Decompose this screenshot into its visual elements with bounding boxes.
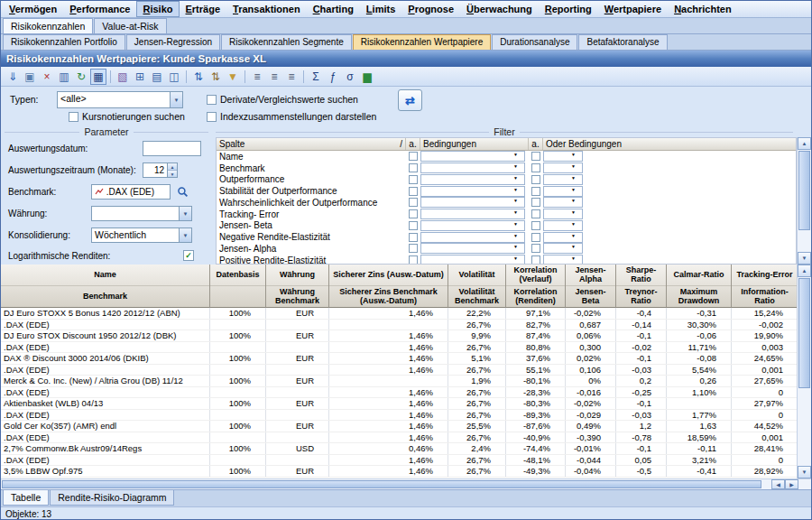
- spinner-down-icon[interactable]: ▼: [168, 170, 177, 177]
- scroll-right-icon[interactable]: ▶: [785, 479, 798, 489]
- chevron-down-icon[interactable]: ▼: [179, 207, 191, 220]
- table-view-icon[interactable]: ▦: [90, 69, 106, 85]
- column-header-jensen-alpha[interactable]: Jensen-AlphaJensen-Beta: [566, 265, 616, 308]
- chevron-down-icon[interactable]: ▼: [571, 152, 582, 161]
- filter-condition-select[interactable]: ▼: [420, 209, 525, 219]
- benchmark-input[interactable]: .DAX (EDE): [91, 184, 171, 200]
- filter-or-checkbox[interactable]: [531, 175, 540, 184]
- scrollbar-thumb[interactable]: [2, 480, 761, 488]
- column-header-tracking-error[interactable]: Tracking-ErrorInformation-Ratio: [732, 265, 798, 308]
- filter-or-checkbox[interactable]: [531, 187, 540, 196]
- security-row[interactable]: Merck & Co. Inc. (New) / Altria Grou (DB…: [1, 376, 798, 387]
- delete-icon[interactable]: ×: [39, 69, 55, 85]
- log-renditen-checkbox[interactable]: ✓: [183, 250, 194, 261]
- bar-chart-icon[interactable]: ▆: [359, 69, 375, 85]
- filter-or-condition-select[interactable]: ▼: [543, 151, 583, 162]
- security-row[interactable]: Gold Cer Ko(357) (AMR) endl100%EUR1,46%2…: [1, 421, 798, 432]
- tab-tabelle[interactable]: Tabelle: [3, 490, 49, 506]
- scroll-down-icon[interactable]: ▼: [798, 252, 811, 265]
- column-header-name[interactable]: NameBenchmark: [1, 265, 210, 308]
- filter-or-condition-select[interactable]: ▼: [543, 232, 583, 243]
- auswertungszeitraum-spinner[interactable]: ▲ ▼: [168, 162, 178, 178]
- sort-ascending-icon[interactable]: ⇅: [190, 69, 207, 85]
- filter-or-condition-select[interactable]: ▼: [543, 186, 583, 197]
- menu-reporting[interactable]: Reporting: [539, 1, 598, 17]
- chevron-down-icon[interactable]: ▼: [513, 209, 524, 218]
- column-header-währung[interactable]: WährungWährung Benchmark: [266, 265, 329, 308]
- menu-performance[interactable]: Performance: [63, 1, 136, 17]
- benchmark-row[interactable]: .DAX (EDE)1,46%26,7%-48,1%-0,0440,053,21…: [1, 455, 798, 467]
- scroll-up-icon[interactable]: ▲: [798, 137, 811, 150]
- chevron-down-icon[interactable]: ▼: [571, 233, 582, 242]
- function-icon[interactable]: ƒ: [325, 69, 341, 85]
- checkbox-box[interactable]: [69, 112, 78, 122]
- filter-condition-select[interactable]: ▼: [420, 151, 525, 162]
- chevron-down-icon[interactable]: ▼: [179, 228, 191, 242]
- sum-icon[interactable]: Σ: [308, 69, 324, 85]
- spinner-up-icon[interactable]: ▲: [168, 163, 177, 170]
- filter-or-checkbox[interactable]: [531, 244, 540, 253]
- filter-condition-select[interactable]: ▼: [420, 243, 525, 254]
- chevron-down-icon[interactable]: ▼: [513, 244, 524, 253]
- menu-überwachung[interactable]: Überwachung: [460, 1, 539, 17]
- menu-erträge[interactable]: Erträge: [180, 1, 227, 17]
- waehrung-select[interactable]: ▼: [91, 206, 192, 221]
- transpose-icon[interactable]: ◫: [166, 69, 182, 85]
- security-row[interactable]: DJ Euro STOXX 5 Bonus 1420 2012/12 (ABN)…: [1, 308, 798, 320]
- filter-or-checkbox[interactable]: [531, 255, 540, 265]
- chevron-down-icon[interactable]: ▼: [513, 198, 524, 207]
- column-options-icon[interactable]: ▥: [56, 69, 72, 85]
- scroll-left-icon[interactable]: ◀: [771, 479, 785, 489]
- chevron-down-icon[interactable]: ▼: [513, 187, 524, 196]
- filter-or-condition-select[interactable]: ▼: [543, 220, 583, 231]
- tab-value-at-risk[interactable]: Value-at-Risk: [94, 18, 166, 33]
- column-header-sharpe-ratio[interactable]: Sharpe-RatioTreynor-Ratio: [616, 265, 667, 308]
- chevron-down-icon[interactable]: ▼: [571, 175, 582, 184]
- chevron-down-icon[interactable]: ▼: [513, 152, 524, 161]
- tab-jensen-regression[interactable]: Jensen-Regression: [126, 34, 220, 50]
- benchmark-row[interactable]: .DAX (EDE)1,46%26,7%-28,3%-0,016-0,251,1…: [1, 387, 798, 399]
- chevron-down-icon[interactable]: ▼: [513, 163, 524, 172]
- chevron-down-icon[interactable]: ▼: [571, 163, 582, 172]
- filter-header-spalte[interactable]: Spalte /: [217, 138, 406, 150]
- filter-and-checkbox[interactable]: [409, 187, 418, 196]
- column-header-korrelation-verlauf-[interactable]: Korrelation (Verlauf)Korrelation (Rendit…: [506, 265, 566, 308]
- chevron-down-icon[interactable]: ▼: [571, 198, 582, 207]
- column-header-datenbasis[interactable]: Datenbasis: [210, 265, 266, 308]
- filter-or-condition-select[interactable]: ▼: [543, 174, 583, 185]
- menu-wertpapiere[interactable]: Wertpapiere: [598, 1, 668, 17]
- filter-and-checkbox[interactable]: [409, 221, 418, 230]
- menu-transaktionen[interactable]: Transaktionen: [226, 1, 307, 17]
- reload-button[interactable]: ⇄: [398, 89, 422, 111]
- chevron-down-icon[interactable]: ▼: [571, 255, 582, 265]
- filter-and-checkbox[interactable]: [409, 255, 418, 265]
- filter-condition-select[interactable]: ▼: [420, 162, 525, 173]
- security-row[interactable]: 3,5% LBBW Opf.975100%EUR1,46%26,7%-49,3%…: [1, 466, 798, 478]
- tab-risikokennzahlen-portfolio[interactable]: Risikokennzahlen Portfolio: [3, 34, 125, 50]
- checkbox-box[interactable]: [207, 95, 217, 105]
- statistics-icon[interactable]: σ: [342, 69, 358, 85]
- scrollbar-thumb[interactable]: [798, 278, 810, 388]
- filter-condition-select[interactable]: ▼: [420, 174, 525, 185]
- align-right-icon[interactable]: ≡: [283, 69, 300, 85]
- derivate-checkbox[interactable]: Derivate/Vergleichswerte suchen: [207, 94, 358, 105]
- filter-or-condition-select[interactable]: ▼: [543, 162, 583, 173]
- export-icon[interactable]: ⇓: [5, 69, 21, 85]
- tab-risikokennzahlen-wertpapiere[interactable]: Risikokennzahlen Wertpapiere: [353, 34, 491, 50]
- filter-or-condition-select[interactable]: ▼: [543, 255, 583, 265]
- menu-charting[interactable]: Charting: [307, 1, 360, 17]
- chevron-down-icon[interactable]: ▼: [513, 233, 524, 242]
- sort-descending-icon[interactable]: ⇅: [208, 69, 224, 85]
- filter-condition-select[interactable]: ▼: [420, 186, 525, 197]
- filter-scrollbar[interactable]: ▲ ▼: [797, 137, 811, 265]
- filter-icon[interactable]: ▼: [225, 69, 241, 85]
- filter-or-checkbox[interactable]: [531, 163, 540, 172]
- chevron-down-icon[interactable]: ▼: [571, 244, 582, 253]
- menu-vermögen[interactable]: Vermögen: [3, 1, 63, 17]
- benchmark-row[interactable]: .DAX (EDE)1,46%26,7%80,8%0,300-0,0211,71…: [1, 342, 798, 354]
- filter-condition-select[interactable]: ▼: [420, 197, 525, 208]
- refresh-icon[interactable]: ↻: [73, 69, 89, 85]
- tab-durationsanalyse[interactable]: Durationsanalyse: [492, 34, 577, 50]
- chevron-down-icon[interactable]: ▼: [513, 221, 524, 230]
- horizontal-scrollbar[interactable]: ◀ ▶: [1, 478, 811, 489]
